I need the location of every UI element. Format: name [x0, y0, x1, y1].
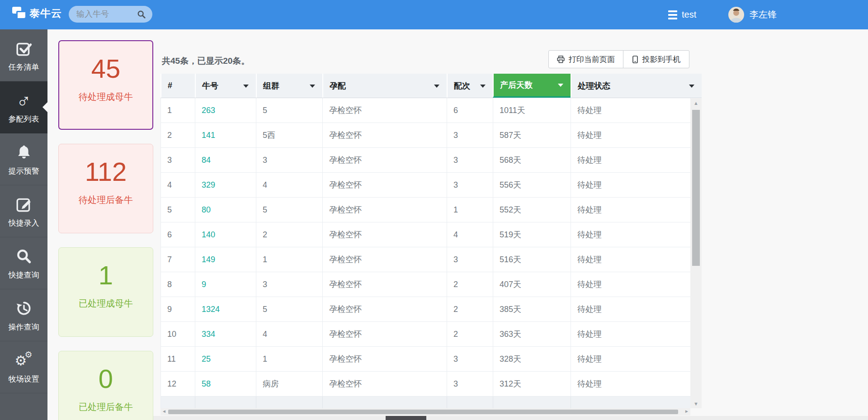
cast-to-phone-button[interactable]: 投影到手机	[623, 50, 689, 68]
column-label: #	[168, 81, 172, 90]
cell-cow-number-link[interactable]: 84	[195, 148, 256, 172]
cell-group: 5	[256, 198, 323, 222]
cell-pregnancy-status: 孕检空怀	[323, 148, 447, 172]
cell-breeding-times: 3	[447, 372, 493, 396]
page-scroll-thumb[interactable]	[386, 416, 426, 420]
column-header[interactable]: 牛号	[195, 74, 256, 98]
history-icon	[15, 298, 33, 318]
cell-index: 8	[161, 272, 195, 297]
cell-group: 5西	[256, 123, 323, 147]
cell-cow-number-link[interactable]: 329	[195, 173, 256, 197]
vertical-scroll-thumb[interactable]	[692, 110, 700, 266]
active-notch-icon	[42, 102, 47, 112]
cell-cow-number-link[interactable]: 25	[195, 347, 256, 371]
cell-cow-number-link[interactable]: 9	[195, 272, 256, 297]
sort-caret-icon[interactable]	[558, 84, 563, 87]
table-row: 1 263 5 孕检空怀 6 1011天 待处理	[161, 98, 690, 123]
sidebar-item[interactable]: ⚙⚙ 牧场设置	[0, 341, 47, 393]
cell-process-status: 待处理	[571, 222, 691, 247]
cell-process-status: 待处理	[571, 98, 691, 123]
summary-card[interactable]: 0 已处理后备牛	[58, 351, 153, 420]
cell-breeding-times: 1	[447, 198, 493, 222]
cell-pregnancy-status: 孕检空怀	[323, 198, 447, 222]
column-header[interactable]: 孕配	[322, 74, 447, 98]
cell-pregnancy-status: 孕检空怀	[323, 297, 447, 321]
sidebar-item[interactable]: 快捷查询	[0, 237, 47, 289]
sidebar-item[interactable]: 提示预警	[0, 133, 47, 185]
cell-cow-number-link[interactable]: 1324	[195, 297, 256, 321]
column-header[interactable]: 产后天数	[493, 74, 571, 98]
table-horizontal-scrollbar[interactable]: ◄ ►	[160, 408, 690, 415]
summary-card[interactable]: 112 待处理后备牛	[58, 144, 153, 233]
hamburger-icon	[668, 10, 677, 19]
column-header[interactable]: #	[160, 74, 195, 98]
cell-postpartum-days: 407天	[493, 272, 571, 297]
column-label: 牛号	[202, 80, 218, 91]
sidebar-item[interactable]: 任务清单	[0, 29, 47, 81]
sort-caret-icon[interactable]	[243, 85, 249, 88]
search-input[interactable]	[76, 9, 137, 19]
summary-card[interactable]: 1 已处理成母牛	[58, 247, 153, 337]
table-vertical-scrollbar[interactable]: ▲ ▼	[690, 99, 702, 408]
cell-breeding-times: 2	[447, 272, 493, 297]
cell-index: 9	[161, 297, 195, 321]
cell-cow-number-link[interactable]: 263	[195, 98, 256, 123]
column-header[interactable]: 组群	[256, 74, 322, 98]
column-header[interactable]: 配次	[447, 74, 493, 98]
cell-pregnancy-status: 孕检空怀	[323, 322, 447, 346]
print-page-button[interactable]: 打印当前页面	[548, 50, 623, 68]
scroll-down-icon[interactable]: ▼	[690, 401, 702, 406]
cell-postpartum-days: 328天	[493, 347, 571, 371]
cell-cow-number-link[interactable]: 149	[195, 247, 256, 272]
cell-process-status: 待处理	[571, 123, 691, 147]
scroll-left-icon[interactable]: ◄	[162, 409, 166, 414]
brand[interactable]: 泰牛云	[12, 6, 62, 20]
cell-cow-number-link[interactable]: 58	[195, 372, 256, 396]
sidebar-item-label: 参配列表	[9, 114, 39, 124]
search-icon[interactable]	[137, 10, 146, 19]
cell-process-status: 待处理	[571, 198, 691, 222]
scroll-right-icon[interactable]: ►	[684, 409, 689, 414]
sort-caret-icon[interactable]	[434, 85, 439, 88]
user-menu[interactable]: 李左锋	[728, 0, 777, 29]
cell-pregnancy-status: 孕检空怀	[323, 272, 447, 297]
cell-cow-number-link[interactable]: 141	[195, 123, 256, 147]
check-square-icon	[15, 38, 33, 58]
cell-process-status: 待处理	[571, 347, 691, 371]
scroll-up-icon[interactable]: ▲	[690, 100, 702, 106]
cell-postpartum-days: 556天	[493, 173, 571, 197]
cell-breeding-times: 3	[447, 123, 493, 147]
column-label: 处理状态	[578, 80, 610, 91]
summary-cards: 45 待处理成母牛 112 待处理后备牛 1 已处理成母牛 0 已处理后备牛	[58, 40, 153, 420]
cell-process-status: 待处理	[571, 148, 691, 172]
page-horizontal-scrollbar[interactable]	[131, 416, 868, 420]
cell-group: 5	[256, 98, 323, 123]
cell-cow-number-link[interactable]: 140	[195, 222, 256, 247]
summary-card[interactable]: 45 待处理成母牛	[58, 40, 153, 130]
sidebar-item[interactable]: ♂ 参配列表	[0, 81, 47, 133]
cell-pregnancy-status: 孕检空怀	[323, 372, 447, 396]
cell-pregnancy-status: 孕检空怀	[323, 347, 447, 371]
table-row: 6 140 2 孕检空怀 4 519天 待处理	[161, 222, 690, 247]
cast-to-phone-label: 投影到手机	[642, 54, 681, 65]
sidebar-item[interactable]: 快捷录入	[0, 185, 47, 237]
sort-caret-icon[interactable]	[310, 85, 315, 88]
bell-icon	[15, 142, 33, 162]
card-label: 已处理后备牛	[59, 401, 153, 413]
cell-group: 4	[256, 322, 323, 346]
sidebar-item[interactable]: 操作查询	[0, 289, 47, 341]
farm-menu[interactable]: test	[668, 0, 696, 29]
cell-cow-number-link[interactable]: 334	[195, 322, 256, 346]
cell-group: 3	[256, 272, 323, 297]
avatar	[728, 7, 744, 23]
table-row: 8 9 3 孕检空怀 2 407天 待处理	[161, 272, 690, 297]
card-label: 待处理后备牛	[59, 194, 153, 206]
cell-process-status: 待处理	[571, 272, 691, 297]
horizontal-scroll-thumb[interactable]	[168, 410, 678, 414]
sort-caret-icon[interactable]	[689, 85, 694, 88]
cell-pregnancy-status: 孕检空怀	[323, 247, 447, 272]
cell-group: 1	[256, 347, 323, 371]
sort-caret-icon[interactable]	[480, 85, 486, 88]
column-header[interactable]: 处理状态	[571, 74, 702, 98]
cell-cow-number-link[interactable]: 80	[195, 198, 256, 222]
